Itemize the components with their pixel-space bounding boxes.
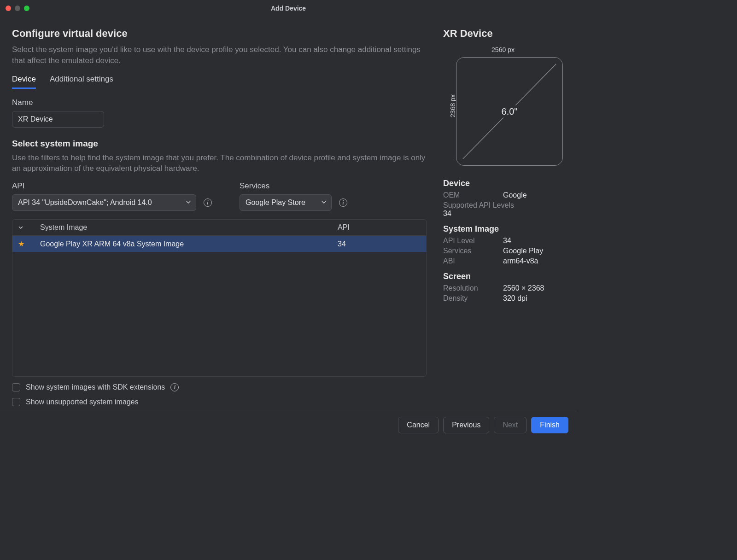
name-label: Name bbox=[12, 98, 427, 107]
window-maximize-button[interactable] bbox=[24, 6, 29, 11]
density-label: Density bbox=[443, 294, 503, 303]
oem-label: OEM bbox=[443, 191, 503, 199]
unsupported-label: Show unsupported system images bbox=[26, 398, 139, 406]
preview-width-label: 2560 px bbox=[491, 46, 515, 53]
device-section-title: Device bbox=[443, 179, 565, 188]
image-services-label: Services bbox=[443, 247, 503, 255]
api-level-label: API Level bbox=[443, 237, 503, 245]
tab-device[interactable]: Device bbox=[12, 75, 36, 89]
next-button: Next bbox=[494, 417, 526, 433]
services-filter-value: Google Play Store bbox=[246, 198, 305, 207]
api-filter-value: API 34 "UpsideDownCake"; Android 14.0 bbox=[18, 198, 152, 207]
system-image-table: System Image API ★ Google Play XR ARM 64… bbox=[12, 219, 427, 377]
table-cell-name: Google Play XR ARM 64 v8a System Image bbox=[40, 240, 338, 248]
page-description: Select the system image you'd like to us… bbox=[12, 44, 427, 66]
api-level-value: 34 bbox=[503, 237, 511, 245]
image-section-title: System Image bbox=[443, 224, 565, 234]
api-levels-value: 34 bbox=[443, 210, 565, 218]
cancel-button[interactable]: Cancel bbox=[398, 417, 439, 433]
preview-diagonal-label: 6.0" bbox=[499, 105, 521, 118]
titlebar: Add Device bbox=[0, 0, 577, 17]
device-preview: 2560 px 2368 px 6.0" bbox=[443, 46, 563, 166]
api-levels-label: Supported API Levels bbox=[443, 201, 565, 210]
density-value: 320 dpi bbox=[503, 294, 527, 303]
footer: Cancel Previous Next Finish bbox=[0, 411, 577, 438]
resolution-value: 2560 × 2368 bbox=[503, 284, 544, 292]
resolution-label: Resolution bbox=[443, 284, 503, 292]
finish-button[interactable]: Finish bbox=[531, 417, 568, 433]
abi-label: ABI bbox=[443, 257, 503, 265]
services-info-icon[interactable]: i bbox=[339, 198, 347, 207]
services-filter-label: Services bbox=[240, 181, 347, 191]
star-icon: ★ bbox=[18, 239, 24, 248]
table-header-api: API bbox=[338, 223, 421, 232]
abi-value: arm64-v8a bbox=[503, 257, 538, 265]
table-row[interactable]: ★ Google Play XR ARM 64 v8a System Image… bbox=[12, 236, 426, 252]
services-filter-select[interactable]: Google Play Store bbox=[240, 194, 332, 211]
window-minimize-button[interactable] bbox=[15, 6, 20, 11]
previous-button[interactable]: Previous bbox=[443, 417, 489, 433]
sdk-extensions-label: Show system images with SDK extensions bbox=[26, 383, 165, 391]
tab-additional-settings[interactable]: Additional settings bbox=[50, 75, 113, 89]
sdk-extensions-info-icon[interactable]: i bbox=[170, 383, 179, 391]
api-info-icon[interactable]: i bbox=[204, 198, 212, 207]
name-input[interactable] bbox=[12, 111, 104, 128]
system-image-description: Use the filters to help find the system … bbox=[12, 152, 427, 175]
api-filter-select[interactable]: API 34 "UpsideDownCake"; Android 14.0 bbox=[12, 194, 196, 211]
chevron-down-icon bbox=[186, 198, 191, 207]
table-header-name: System Image bbox=[40, 223, 338, 232]
window-title: Add Device bbox=[271, 5, 306, 12]
sdk-extensions-checkbox[interactable] bbox=[12, 383, 20, 391]
oem-value: Google bbox=[503, 191, 527, 199]
unsupported-checkbox[interactable] bbox=[12, 398, 20, 406]
window-close-button[interactable] bbox=[6, 6, 11, 11]
table-cell-api: 34 bbox=[338, 240, 421, 248]
page-title: Configure virtual device bbox=[12, 28, 427, 40]
table-expand-toggle[interactable] bbox=[18, 225, 40, 230]
tabs: Device Additional settings bbox=[12, 75, 427, 89]
preview-title: XR Device bbox=[443, 28, 565, 40]
screen-section-title: Screen bbox=[443, 272, 565, 281]
system-image-title: Select system image bbox=[12, 139, 427, 149]
chevron-down-icon bbox=[321, 198, 327, 207]
api-filter-label: API bbox=[12, 181, 212, 191]
image-services-value: Google Play bbox=[503, 247, 543, 255]
preview-height-label: 2368 px bbox=[449, 94, 456, 117]
